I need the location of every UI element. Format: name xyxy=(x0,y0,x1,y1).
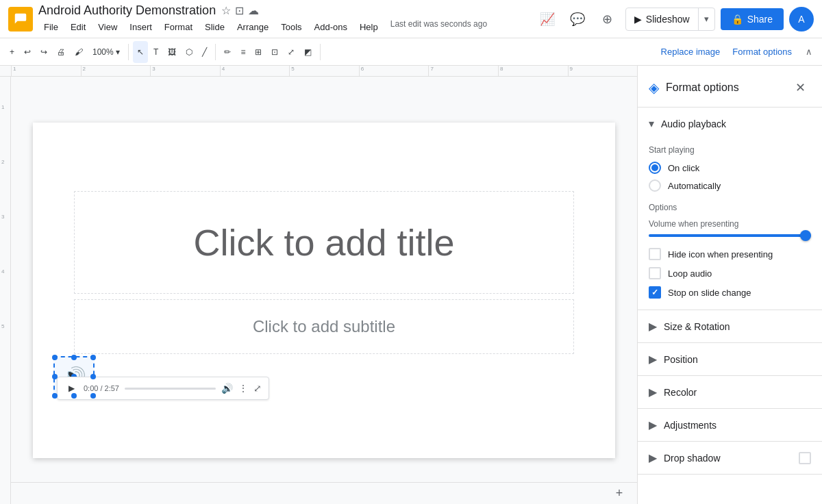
star-icon[interactable]: ☆ xyxy=(221,4,231,17)
radio-automatically[interactable]: Automatically xyxy=(649,179,811,192)
close-panel-button[interactable]: ✕ xyxy=(789,77,811,99)
resize-handle-br[interactable] xyxy=(90,393,96,399)
audio-widget[interactable]: 🔊 xyxy=(53,356,97,400)
trending-icon-button[interactable]: 📈 xyxy=(535,7,560,32)
ruler-v-tick: 4 xyxy=(1,268,4,275)
volume-icon[interactable]: 🔊 xyxy=(221,383,233,394)
checkbox-stop-on-slide[interactable]: Stop on slide change xyxy=(649,286,811,299)
play-icon: ▶ xyxy=(634,14,642,25)
share-button[interactable]: 🔒 Share xyxy=(721,8,784,30)
top-right: 📈 💬 ⊕ ▶ Slideshow ▾ 🔒 Share A xyxy=(535,7,814,32)
menu-format[interactable]: Format xyxy=(159,19,198,35)
slide-subtitle-box[interactable]: Click to add subtitle xyxy=(74,299,574,354)
menu-addons[interactable]: Add-ons xyxy=(309,19,353,35)
menu-bar: File Edit View Insert Format Slide Arran… xyxy=(38,18,530,35)
resize-handle-bl[interactable] xyxy=(52,393,58,399)
menu-view[interactable]: View xyxy=(92,19,123,35)
drop-shadow-checkbox[interactable] xyxy=(799,452,811,464)
crop-tool[interactable]: ⊡ xyxy=(267,41,282,63)
resize-handle-tr[interactable] xyxy=(90,355,96,360)
radio-automatically-circle[interactable] xyxy=(649,179,661,192)
slideshow-button[interactable]: ▶ Slideshow ▾ xyxy=(625,8,715,31)
shapes-tool[interactable]: ⬡ xyxy=(182,41,197,63)
main-area: 1 2 3 4 5 6 7 8 9 1 2 3 4 5 xyxy=(0,66,822,504)
play-button[interactable]: ▶ xyxy=(64,381,78,395)
redo-button[interactable]: ↪ xyxy=(36,41,51,63)
menu-slide[interactable]: Slide xyxy=(199,19,230,35)
resize-handle-bm[interactable] xyxy=(71,393,77,399)
bg-tool[interactable]: ◩ xyxy=(300,41,316,63)
format-options-panel: ◈ Format options ✕ ▾ Audio playback Star… xyxy=(637,66,822,504)
doc-title-text[interactable]: Android Authority Demonstration xyxy=(38,3,216,18)
comment-icon-button[interactable]: 💬 xyxy=(565,7,590,32)
add-button[interactable]: + xyxy=(5,41,18,63)
checkbox-loop-audio[interactable]: Loop audio xyxy=(649,267,811,279)
menu-help[interactable]: Help xyxy=(354,19,384,35)
ruler-tick: 3 xyxy=(150,66,220,77)
canvas-content: Click to add title Click to add subtitle… xyxy=(11,77,637,504)
toolbar-collapse[interactable]: ∧ xyxy=(801,44,817,60)
automatically-label: Automatically xyxy=(668,181,721,191)
resize-handle-lm[interactable] xyxy=(52,374,58,379)
slideshow-label: Slideshow xyxy=(646,14,690,25)
menu-insert[interactable]: Insert xyxy=(124,19,158,35)
chevron-right-icon: ▶ xyxy=(649,386,657,399)
section-size-rotation-label: Size & Rotation xyxy=(664,321,730,332)
replace-image-btn[interactable]: Replace image xyxy=(656,44,726,60)
transform-tool[interactable]: ⤢ xyxy=(284,41,299,63)
image-tool[interactable]: 🖼 xyxy=(164,41,180,63)
volume-slider-thumb[interactable] xyxy=(800,230,811,241)
select-tool[interactable]: ↖ xyxy=(133,41,148,63)
menu-edit[interactable]: Edit xyxy=(65,19,91,35)
audio-player: ▶ 0:00 / 2:57 🔊 ⋮ ⤢ xyxy=(57,377,269,400)
resize-handle-tm[interactable] xyxy=(71,355,77,360)
text-tool[interactable]: T xyxy=(149,41,162,63)
hide-icon-checkbox[interactable] xyxy=(649,248,661,260)
format-options-btn[interactable]: Format options xyxy=(727,44,797,60)
toolbar: + ↩ ↪ 🖨 🖌 100% ▾ ↖ T 🖼 ⬡ ╱ ✏ ≡ ⊞ ⊡ ⤢ ◩ R… xyxy=(0,38,822,66)
avatar[interactable]: A xyxy=(789,7,814,32)
add-frame-icon-button[interactable]: ⊕ xyxy=(595,7,620,32)
section-recolor-header[interactable]: ▶ Recolor xyxy=(638,376,822,408)
loop-audio-checkbox[interactable] xyxy=(649,267,661,279)
pen-tool[interactable]: ✏ xyxy=(220,41,235,63)
zoom-button[interactable]: 100% ▾ xyxy=(88,41,124,63)
menu-tools[interactable]: Tools xyxy=(275,19,307,35)
slideshow-dropdown-arrow[interactable]: ▾ xyxy=(699,8,714,29)
stop-on-slide-checkbox[interactable] xyxy=(649,286,661,299)
app-logo[interactable] xyxy=(8,7,33,32)
slide-title-box[interactable]: Click to add title xyxy=(74,191,574,294)
radio-on-click[interactable]: On click xyxy=(649,162,811,174)
menu-file[interactable]: File xyxy=(38,19,64,35)
add-slide-button[interactable]: + xyxy=(610,484,629,503)
ruler-tick: 2 xyxy=(81,66,151,77)
section-size-rotation: ▶ Size & Rotation xyxy=(638,310,822,343)
resize-handle-tl[interactable] xyxy=(52,355,58,360)
distribute-tool[interactable]: ⊞ xyxy=(251,41,266,63)
more-options-icon[interactable]: ⋮ xyxy=(238,383,248,394)
cloud-icon[interactable]: ☁ xyxy=(248,4,259,17)
external-link-icon[interactable]: ⤢ xyxy=(253,383,262,394)
slideshow-main[interactable]: ▶ Slideshow xyxy=(626,8,699,30)
menu-arrange[interactable]: Arrange xyxy=(232,19,274,35)
undo-button[interactable]: ↩ xyxy=(20,41,35,63)
section-audio-playback-header[interactable]: ▾ Audio playback xyxy=(638,108,822,140)
volume-slider-track[interactable] xyxy=(649,234,811,237)
resize-handle-rm[interactable] xyxy=(90,374,96,379)
print-button[interactable]: 🖨 xyxy=(53,41,69,63)
line-tool[interactable]: ╱ xyxy=(198,41,211,63)
progress-bar[interactable] xyxy=(125,388,216,390)
checkbox-hide-icon[interactable]: Hide icon when presenting xyxy=(649,248,811,260)
ruler-tick: 1 xyxy=(11,66,81,77)
section-size-rotation-header[interactable]: ▶ Size & Rotation xyxy=(638,310,822,342)
slide[interactable]: Click to add title Click to add subtitle… xyxy=(33,123,615,458)
paint-format-button[interactable]: 🖌 xyxy=(71,41,87,63)
drop-shadow-row[interactable]: ▶ Drop shadow xyxy=(638,442,822,474)
section-position-header[interactable]: ▶ Position xyxy=(638,343,822,375)
folder-icon[interactable]: ⊡ xyxy=(235,4,244,17)
align-tool[interactable]: ≡ xyxy=(236,41,249,63)
section-adjustments-header[interactable]: ▶ Adjustments xyxy=(638,409,822,441)
radio-on-click-circle[interactable] xyxy=(649,162,661,174)
slide-title-placeholder: Click to add title xyxy=(193,221,454,264)
bottom-bar: + xyxy=(11,482,637,504)
